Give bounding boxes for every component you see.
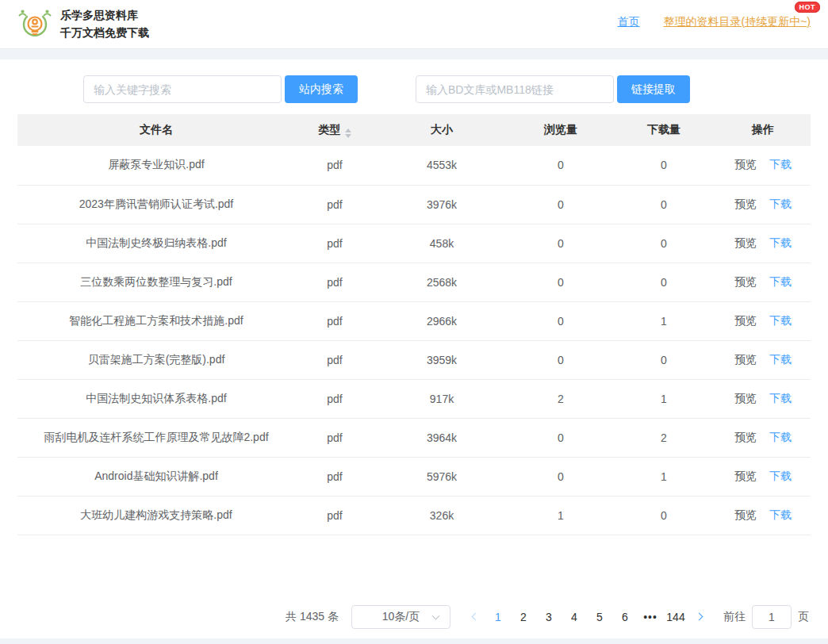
download-link[interactable]: 下载 (769, 353, 792, 366)
view-count: 0 (558, 431, 564, 444)
page-number[interactable]: 6 (612, 605, 638, 629)
chevron-down-icon (432, 611, 440, 619)
preview-link[interactable]: 预览 (734, 470, 757, 482)
preview-link[interactable]: 预览 (734, 353, 757, 366)
col-header-filename: 文件名 (17, 114, 295, 146)
col-header-actions: 操作 (715, 114, 811, 146)
file-name: 中国法制史终极归纳表格.pdf (86, 236, 226, 249)
page-ellipsis[interactable]: ••• (638, 611, 663, 623)
table-row: 雨刮电机及连杆系统工作原理及常见故障2.pdf pdf 3964k 0 2 预览… (17, 418, 811, 457)
table-row: 贝雷架施工方案(完整版).pdf pdf 3959k 0 0 预览 下载 (17, 340, 811, 379)
goto-page-input[interactable] (752, 605, 792, 629)
download-count: 1 (661, 393, 667, 405)
file-name: 屏蔽泵专业知识.pdf (108, 158, 204, 171)
preview-link[interactable]: 预览 (734, 314, 757, 327)
preview-link[interactable]: 预览 (734, 275, 757, 288)
view-count: 0 (558, 315, 564, 328)
file-type: pdf (327, 470, 342, 483)
file-size: 2568k (427, 276, 457, 289)
pager: 123456 ••• 144 (465, 605, 709, 629)
view-count: 0 (558, 470, 564, 483)
file-name: 贝雷架施工方案(完整版).pdf (88, 353, 225, 366)
download-link[interactable]: 下载 (769, 197, 792, 210)
site-title: 乐学多思资料库 千万文档免费下载 (60, 7, 149, 41)
file-type: pdf (327, 393, 342, 405)
file-type: pdf (327, 354, 342, 366)
table-row: 中国法制史知识体系表格.pdf pdf 917k 2 1 预览 下载 (17, 379, 811, 418)
link-extract-button[interactable]: 链接提取 (617, 75, 690, 103)
file-size: 4553k (427, 159, 457, 171)
file-type: pdf (327, 509, 342, 522)
table-row: 中国法制史终极归纳表格.pdf pdf 458k 0 0 预览 下载 (17, 224, 811, 263)
download-link[interactable]: 下载 (769, 431, 792, 443)
download-count: 2 (661, 431, 667, 444)
goto-label: 前往 (723, 610, 746, 624)
file-type: pdf (327, 237, 342, 250)
page-size-select[interactable]: 10条/页 (351, 605, 450, 629)
download-link[interactable]: 下载 (769, 508, 792, 521)
file-size: 917k (430, 393, 454, 405)
preview-link[interactable]: 预览 (734, 197, 757, 210)
preview-link[interactable]: 预览 (734, 431, 757, 443)
page-number[interactable]: 4 (562, 605, 587, 629)
preview-link[interactable]: 预览 (734, 158, 757, 171)
sort-icon[interactable] (345, 128, 351, 138)
nav-catalog-link[interactable]: 整理的资料目录(持续更新中~) (664, 15, 811, 28)
search-row: 站内搜索 链接提取 (83, 75, 811, 103)
download-link[interactable]: 下载 (769, 236, 792, 249)
site-logo[interactable]: 乐学多思资料库 千万文档免费下载 (17, 7, 149, 42)
file-name: 大班幼儿建构游戏支持策略.pdf (80, 508, 232, 521)
download-link[interactable]: 下载 (769, 470, 792, 482)
page-number[interactable]: 5 (587, 605, 612, 629)
view-count: 0 (558, 237, 564, 250)
table-row: 2023年腾讯营销师认证考试.pdf pdf 3976k 0 0 预览 下载 (17, 185, 811, 224)
col-header-type[interactable]: 类型 (295, 114, 374, 146)
total-count: 共 1435 条 (286, 610, 339, 624)
download-count: 1 (661, 470, 667, 483)
next-page-button[interactable] (688, 605, 709, 629)
file-name: 智能化工程施工方案和技术措施.pdf (69, 314, 243, 327)
chevron-right-icon (695, 613, 703, 621)
view-count: 0 (558, 159, 564, 171)
page-number[interactable]: 3 (536, 605, 562, 629)
page-size-value: 10条/页 (382, 610, 420, 624)
file-size: 458k (430, 237, 454, 250)
download-link[interactable]: 下载 (769, 158, 792, 171)
site-header: 乐学多思资料库 千万文档免费下载 首页 整理的资料目录(持续更新中~) HOT (0, 0, 828, 49)
col-header-views: 浏览量 (509, 114, 612, 146)
prev-page-button[interactable] (465, 605, 485, 629)
file-name: 三位数乘两位数整理与复习.pdf (80, 275, 232, 288)
table-row: 智能化工程施工方案和技术措施.pdf pdf 2966k 0 1 预览 下载 (17, 301, 811, 340)
download-link[interactable]: 下载 (769, 275, 792, 288)
download-count: 0 (661, 237, 667, 250)
site-search-button[interactable]: 站内搜索 (285, 75, 358, 103)
main-content: 站内搜索 链接提取 文件名 类型 大小 浏览量 下载量 操作 屏蔽泵专业知 (0, 59, 828, 638)
page-number[interactable]: 1 (485, 605, 511, 629)
view-count: 0 (558, 276, 564, 289)
preview-link[interactable]: 预览 (734, 236, 757, 249)
file-type: pdf (327, 315, 342, 328)
keyword-search-input[interactable] (83, 75, 282, 103)
hot-badge: HOT (795, 2, 821, 13)
table-row: Android基础知识讲解.pdf pdf 5976k 0 1 预览 下载 (17, 457, 811, 496)
nav-home-link[interactable]: 首页 (618, 15, 640, 29)
file-table: 文件名 类型 大小 浏览量 下载量 操作 屏蔽泵专业知识.pdf pdf 455… (17, 114, 811, 535)
view-count: 0 (558, 354, 564, 366)
file-type: pdf (327, 159, 342, 171)
page-number[interactable]: 2 (511, 605, 536, 629)
file-size: 3964k (427, 431, 457, 444)
file-type: pdf (327, 276, 342, 289)
download-link[interactable]: 下载 (769, 314, 792, 327)
col-header-size: 大小 (374, 114, 509, 146)
table-row: 大班幼儿建构游戏支持策略.pdf pdf 326k 1 0 预览 下载 (17, 496, 811, 535)
download-link[interactable]: 下载 (769, 392, 792, 404)
link-extract-input[interactable] (416, 75, 614, 103)
preview-link[interactable]: 预览 (734, 392, 757, 404)
file-name: 中国法制史知识体系表格.pdf (86, 392, 226, 404)
download-count: 0 (661, 159, 667, 171)
preview-link[interactable]: 预览 (734, 508, 757, 521)
table-header-row: 文件名 类型 大小 浏览量 下载量 操作 (17, 114, 811, 146)
download-count: 0 (661, 198, 667, 211)
file-type: pdf (327, 198, 342, 211)
page-number-last[interactable]: 144 (663, 605, 688, 629)
